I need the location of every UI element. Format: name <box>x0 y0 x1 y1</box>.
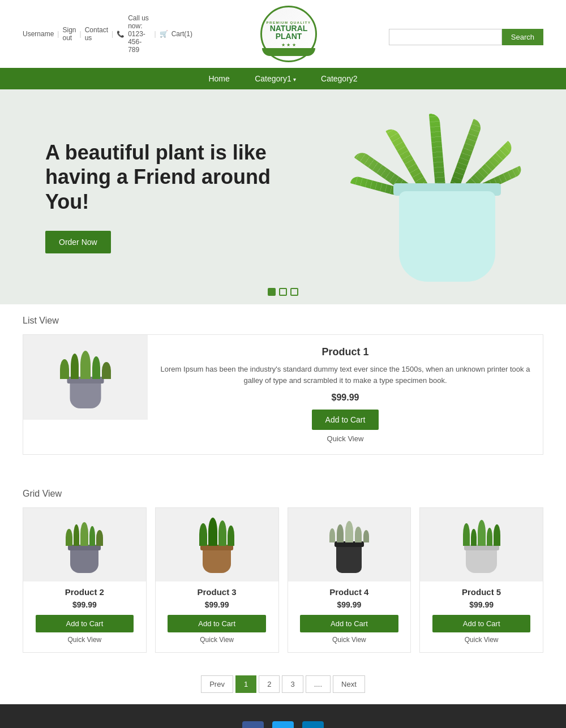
product3-image <box>156 508 278 581</box>
navigation: Home Category1 Category2 <box>0 68 566 89</box>
product5-add-to-cart[interactable]: Add to Cart <box>432 615 530 632</box>
search-button[interactable]: Search <box>502 29 543 45</box>
hero-dot-3[interactable] <box>290 288 298 296</box>
logo: PREMIUM QUALITY NATURAL PLANT ★ ★ ★ <box>204 6 374 62</box>
product3-name: Product 3 <box>156 587 278 597</box>
grid-card-2: Product 4 $99.99 Add to Cart Quick View <box>288 507 411 653</box>
product2-quick-view[interactable]: Quick View <box>23 636 146 644</box>
phone-number: Call us now: 0123-456-789 <box>128 14 151 54</box>
header: Username | Sign out | Contact us | Call … <box>0 0 566 68</box>
product4-price: $99.99 <box>288 600 411 609</box>
logo-stars: ★ ★ ★ <box>281 42 295 48</box>
contact-link[interactable]: Contact us <box>85 26 108 42</box>
product4-name: Product 4 <box>288 587 411 597</box>
product4-image <box>288 508 411 581</box>
page-2[interactable]: 2 <box>259 675 280 693</box>
linkedin-button[interactable]: in <box>302 721 324 728</box>
product2-name: Product 2 <box>23 587 146 597</box>
product5-name: Product 5 <box>420 587 543 597</box>
product4-add-to-cart[interactable]: Add to Cart <box>300 615 398 632</box>
list-view-card: Product 1 Lorem Ipsum has been the indus… <box>23 334 543 455</box>
page-1[interactable]: 1 <box>235 675 256 693</box>
product1-quick-view[interactable]: Quick View <box>159 434 531 443</box>
grid-view-title: Grid View <box>23 489 543 499</box>
page-ellipsis[interactable]: .... <box>306 675 331 693</box>
logo-ribbon <box>262 48 315 56</box>
list-view-title: List View <box>23 316 543 326</box>
product2-add-to-cart[interactable]: Add to Cart <box>36 615 134 632</box>
order-now-button[interactable]: Order Now <box>45 231 111 253</box>
product3-price: $99.99 <box>156 600 278 609</box>
page-3[interactable]: 3 <box>282 675 303 693</box>
logo-name1: NATURAL <box>270 24 308 32</box>
product1-price: $99.99 <box>159 393 531 403</box>
product3-quick-view[interactable]: Quick View <box>156 636 278 644</box>
grid-view-container: Product 2 $99.99 Add to Cart Quick View <box>23 507 543 653</box>
logo-name2: PLANT <box>276 32 302 40</box>
nav-home[interactable]: Home <box>208 74 229 83</box>
product3-add-to-cart[interactable]: Add to Cart <box>168 615 265 632</box>
product1-name: Product 1 <box>159 346 531 358</box>
product1-description: Lorem Ipsum has been the industry's stan… <box>159 364 531 386</box>
hero-banner: A beautiful plant is like having a Frien… <box>0 89 566 304</box>
nav-category2[interactable]: Category2 <box>321 74 358 83</box>
product1-add-to-cart[interactable]: Add to Cart <box>312 410 379 430</box>
hero-dots <box>268 288 298 296</box>
hero-headline: A beautiful plant is like having a Frien… <box>45 140 272 214</box>
hero-dot-1[interactable] <box>268 288 276 296</box>
pagination: Prev 1 2 3 .... Next <box>0 664 566 704</box>
twitter-button[interactable]: t <box>272 721 294 728</box>
list-view-section: List View Product 1 Lorem Ipsum has been… <box>0 304 566 477</box>
page-prev[interactable]: Prev <box>201 675 233 693</box>
product5-price: $99.99 <box>420 600 543 609</box>
page-next[interactable]: Next <box>333 675 365 693</box>
product2-price: $99.99 <box>23 600 146 609</box>
product2-image <box>23 508 146 581</box>
cart-link[interactable]: Cart(1) <box>171 30 192 38</box>
grid-view-section: Grid View Product 2 $99.99 <box>0 477 566 664</box>
phone-icon <box>117 30 125 38</box>
hero-dot-2[interactable] <box>279 288 287 296</box>
product1-image <box>23 335 148 420</box>
grid-card-3: Product 5 $99.99 Add to Cart Quick View <box>419 507 543 653</box>
hero-image <box>374 112 521 282</box>
sign-out-link[interactable]: Sign out <box>62 26 76 42</box>
grid-card-0: Product 2 $99.99 Add to Cart Quick View <box>23 507 147 653</box>
cart-icon <box>160 30 168 38</box>
facebook-button[interactable]: f <box>242 721 264 728</box>
grid-card-1: Product 3 $99.99 Add to Cart Quick View <box>155 507 279 653</box>
nav-category1[interactable]: Category1 <box>255 74 295 83</box>
username-link[interactable]: Username <box>23 30 54 38</box>
search-input[interactable] <box>389 29 502 45</box>
product4-quick-view[interactable]: Quick View <box>288 636 411 644</box>
product5-quick-view[interactable]: Quick View <box>420 636 543 644</box>
footer: f t in Prestashop Theme Designed With Te… <box>0 704 566 728</box>
product5-image <box>420 508 543 581</box>
